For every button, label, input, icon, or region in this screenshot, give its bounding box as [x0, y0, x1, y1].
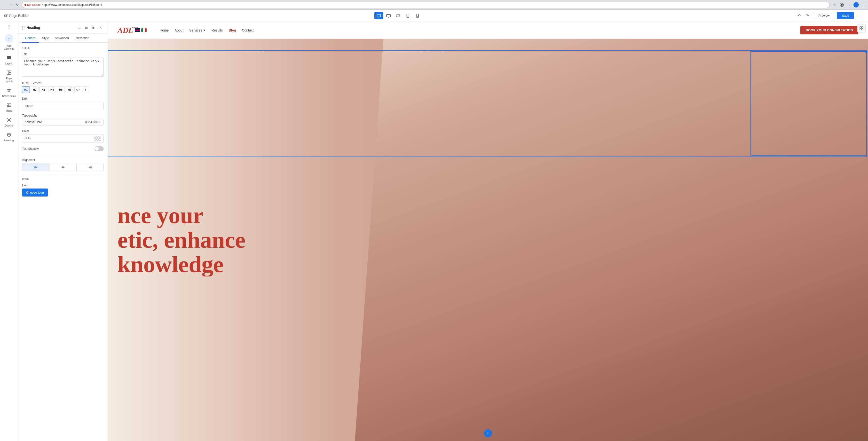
nav-about[interactable]: About [175, 28, 183, 32]
sidebar-item-media[interactable]: Media [1, 100, 17, 114]
nav-home[interactable]: Home [160, 28, 169, 32]
more-options-button[interactable]: ⋯ [857, 12, 864, 20]
preview-button[interactable]: Preview [814, 12, 834, 20]
hero-heading-line1: nce your [118, 203, 246, 228]
panel-header: Heading □ ▦ ▣ ✕ [18, 22, 107, 34]
sidebar-options-label: Options [5, 124, 13, 127]
browser-chrome: ← → ↻ Not Secure https://www.deleoanna.t… [0, 0, 868, 10]
back-button[interactable]: ← [2, 2, 7, 7]
device-mobile-button[interactable] [413, 12, 422, 20]
choose-icon-button[interactable]: Choose Icon [22, 189, 48, 196]
color-field-label: Color [22, 129, 104, 133]
alignment-buttons [22, 163, 104, 171]
link-field-group: Link [22, 97, 104, 110]
device-tablet-landscape-button[interactable] [394, 12, 403, 20]
website-preview: ADL TEST Home About Services ▼ Res [108, 22, 868, 441]
extensions-button[interactable] [839, 2, 845, 8]
align-center-button[interactable] [50, 163, 76, 170]
text-shadow-row: Text Shadow [22, 146, 104, 151]
typography-field-group: Typography Abhaya Libre 80/94.38 it ▼ [22, 114, 104, 126]
panel-title: Heading [27, 26, 74, 30]
device-buttons [374, 12, 422, 20]
sidebar-item-page-layouts[interactable]: Page Layouts [1, 68, 17, 85]
typography-size: 80/94.38 it [85, 121, 98, 124]
saved-items-icon [6, 88, 12, 94]
menu-button[interactable]: ⋮ [860, 2, 866, 8]
forward-button[interactable]: → [8, 2, 13, 7]
device-desktop-wide-button[interactable] [384, 12, 393, 20]
sidebar-item-options[interactable]: Options [1, 115, 17, 129]
device-desktop-button[interactable] [374, 12, 383, 20]
site-nav: ADL TEST Home About Services ▼ Res [108, 22, 868, 39]
svg-rect-2 [377, 14, 381, 17]
panel-expand-button[interactable]: ▣ [90, 25, 96, 31]
nav-blog[interactable]: Blog [228, 28, 236, 32]
hero-section: nce your etic, enhance knowledge + [108, 39, 868, 441]
address-bar[interactable]: Not Secure https://www.deleoanna.test/bl… [22, 2, 830, 8]
sidebar-item-layers[interactable]: Layers [1, 53, 17, 67]
svg-rect-5 [386, 14, 391, 17]
tab-interaction[interactable]: Interaction [72, 34, 92, 43]
link-field-label: Link [22, 97, 104, 100]
page-builder-title: SP Page Builder [4, 14, 371, 18]
title-textarea[interactable]: Enhance your <br/> aesthetic, enhance <b… [22, 57, 104, 76]
redo-button[interactable]: ↷ [804, 12, 811, 20]
html-h1-button[interactable]: H1 [22, 86, 30, 93]
sidebar-layers-label: Layers [5, 62, 12, 65]
html-h5-button[interactable]: H5 [57, 86, 65, 93]
url-text: https://www.deleoanna.test/blogs/edit/18… [42, 3, 102, 6]
nav-cta-button[interactable]: BOOK YOUR CONSULTATION [800, 26, 858, 34]
align-right-button[interactable] [76, 163, 103, 170]
panel-split-button[interactable]: ▦ [83, 25, 89, 31]
nav-services[interactable]: Services ▼ [189, 28, 206, 32]
link-input[interactable] [22, 102, 104, 110]
html-h2-button[interactable]: H2 [31, 86, 38, 93]
html-h4-button[interactable]: H4 [48, 86, 56, 93]
device-tablet-button[interactable] [403, 12, 412, 20]
html-h6-button[interactable]: H6 [66, 86, 73, 93]
download-button[interactable]: ↓ [846, 2, 852, 8]
typography-selector[interactable]: Abhaya Libre 80/94.38 it ▼ [22, 119, 104, 126]
align-left-button[interactable] [22, 163, 50, 170]
tab-general[interactable]: General [22, 34, 39, 43]
svg-point-21 [8, 104, 9, 105]
undo-button[interactable]: ↶ [795, 12, 803, 20]
title-field-group: Title Enhance your <br/> aesthetic, enha… [22, 52, 104, 77]
html-h3-button[interactable]: H3 [39, 86, 47, 93]
sidebar-item-add-elements[interactable]: + Add Elements [1, 32, 17, 52]
color-selector[interactable]: Solid [22, 134, 104, 143]
typography-font-name: Abhaya Libre [25, 120, 85, 124]
sidebar-item-saved-items[interactable]: Saved Items [1, 86, 17, 100]
svg-rect-19 [9, 73, 11, 75]
text-shadow-toggle[interactable] [94, 146, 104, 151]
hero-heading-line3: knowledge [118, 252, 246, 277]
panel-drag-handle [22, 26, 25, 30]
page-builder-toolbar: SP Page Builder ↶ ↷ Preview Save ⋯ [0, 10, 868, 22]
nav-contact[interactable]: Contact [242, 28, 253, 32]
logo-subtext: TEST [132, 27, 138, 29]
svg-rect-38 [862, 29, 863, 30]
nav-links: Home About Services ▼ Results Blog Conta… [160, 28, 254, 32]
alignment-field-label: Alignment [22, 158, 104, 162]
icon-field-label: Icon [22, 184, 104, 187]
tab-style[interactable]: Style [39, 34, 52, 43]
panel-minimize-button[interactable]: □ [76, 25, 83, 31]
refresh-button[interactable]: ↻ [14, 2, 20, 7]
add-section-button[interactable]: + [484, 429, 492, 437]
add-elements-button[interactable]: + [5, 34, 13, 43]
sidebar-item-learning[interactable]: Learning [1, 130, 17, 144]
html-para-button[interactable]: ¶ [82, 86, 89, 93]
save-button[interactable]: Save [837, 12, 854, 19]
svg-rect-36 [862, 27, 863, 28]
canvas-grid-button[interactable] [857, 24, 866, 32]
html-element-label: HTML Element [22, 82, 104, 85]
panel-close-button[interactable]: ✕ [98, 25, 104, 31]
html-code-button[interactable]: </> [74, 86, 81, 93]
options-icon [6, 117, 12, 123]
bookmark-button[interactable]: ☆ [832, 2, 837, 8]
svg-rect-14 [7, 57, 11, 58]
sidebar-page-layouts-label: Page Layouts [2, 77, 16, 83]
svg-rect-20 [7, 104, 11, 106]
nav-results[interactable]: Results [212, 28, 223, 32]
tab-advanced[interactable]: Advanced [52, 34, 72, 43]
